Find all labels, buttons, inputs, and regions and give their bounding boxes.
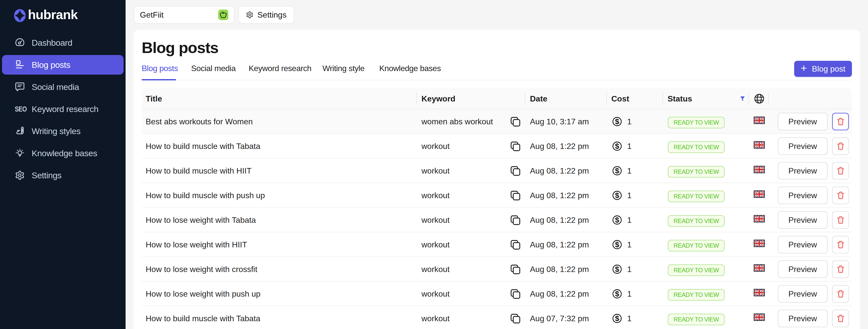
svg-text:$: $ [615, 117, 619, 126]
svg-text:$: $ [615, 167, 619, 175]
svg-text:$: $ [615, 265, 619, 273]
svg-text:$: $ [615, 142, 619, 150]
svg-text:$: $ [615, 191, 619, 200]
svg-text:$: $ [615, 216, 619, 224]
svg-text:$: $ [615, 314, 619, 323]
svg-text:$: $ [615, 240, 619, 249]
svg-text:$: $ [615, 290, 619, 298]
